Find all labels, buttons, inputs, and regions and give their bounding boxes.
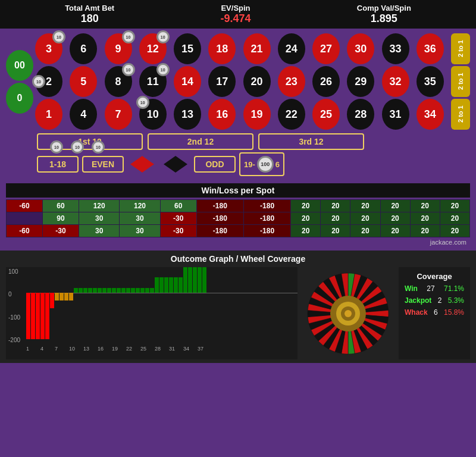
wl-cell-2-0: -60 xyxy=(7,225,43,237)
chip-on-10: 10 xyxy=(136,96,149,109)
x-label-4: 4 xyxy=(40,346,55,352)
wl-cell-2-11: 20 xyxy=(410,225,440,237)
number-22[interactable]: 22 xyxy=(278,99,305,130)
bet-odd[interactable]: ODD xyxy=(194,156,236,173)
bar-5 xyxy=(50,293,54,308)
number-2[interactable]: 210 xyxy=(35,66,62,97)
number-19[interactable]: 19 xyxy=(243,99,271,130)
total-amt-bet-value: 180 xyxy=(65,12,114,25)
whack-count: 6 xyxy=(434,308,438,317)
number-28[interactable]: 28 xyxy=(347,99,374,130)
number-3[interactable]: 310 xyxy=(35,33,62,64)
number-1[interactable]: 1 xyxy=(35,99,62,130)
win-count: 27 xyxy=(427,284,434,293)
number-30[interactable]: 30 xyxy=(347,33,374,64)
outside-bets: 1st 12 10 10 10 2nd 12 3rd 12 1-18 EVEN … xyxy=(6,133,470,176)
number-5[interactable]: 5 xyxy=(70,66,97,97)
wl-section: Win/Loss per Spot -606012012060-180-1802… xyxy=(0,181,476,251)
wl-cell-1-5: -180 xyxy=(196,212,243,225)
ev-spin-label: EV/Spin xyxy=(220,4,250,12)
number-33[interactable]: 33 xyxy=(382,33,409,64)
bar-22 xyxy=(131,288,135,293)
number-12[interactable]: 1210 xyxy=(139,33,167,64)
number-24[interactable]: 24 xyxy=(278,33,305,64)
chip-on-12: 10 xyxy=(156,30,170,43)
number-35[interactable]: 35 xyxy=(416,66,444,97)
chip-on-3: 10 xyxy=(52,30,65,43)
x-label-19: 19 xyxy=(112,346,126,352)
x-label-16: 16 xyxy=(98,346,112,352)
wl-cell-1-8: 20 xyxy=(321,212,350,225)
number-13[interactable]: 13 xyxy=(174,99,201,130)
bar-12 xyxy=(83,288,87,293)
wl-cell-1-9: 20 xyxy=(350,212,380,225)
number-0[interactable]: 0 xyxy=(6,83,33,114)
bet-19-36[interactable]: 19- 100 6 xyxy=(239,152,284,176)
col-2to1-top[interactable]: 2 to 1 xyxy=(451,33,470,64)
dozen-2nd[interactable]: 2nd 12 xyxy=(148,133,253,150)
wl-cell-2-12: 20 xyxy=(440,225,469,237)
wl-cell-2-1: -30 xyxy=(43,225,79,237)
roulette-table: 00 0 31069101210151821242730333621058101… xyxy=(0,29,476,181)
number-18[interactable]: 18 xyxy=(208,33,236,64)
number-9[interactable]: 910 xyxy=(105,33,132,64)
number-36[interactable]: 36 xyxy=(416,33,444,64)
wl-cell-0-4: 60 xyxy=(160,200,196,212)
bar-8 xyxy=(64,293,68,301)
number-17[interactable]: 17 xyxy=(208,66,236,97)
bar-10 xyxy=(74,288,78,293)
bar-0 xyxy=(26,293,30,339)
dozen-3rd[interactable]: 3rd 12 xyxy=(258,133,364,150)
red-diamond[interactable] xyxy=(127,155,157,173)
number-31[interactable]: 31 xyxy=(382,99,409,130)
number-8[interactable]: 810 xyxy=(105,66,132,97)
number-21[interactable]: 21 xyxy=(243,33,271,64)
number-25[interactable]: 25 xyxy=(312,99,340,130)
col-2to1-bot[interactable]: 2 to 1 xyxy=(451,99,470,130)
number-7[interactable]: 7 xyxy=(105,99,132,130)
wl-cell-2-6: -180 xyxy=(243,225,290,237)
number-26[interactable]: 26 xyxy=(312,66,340,97)
number-15[interactable]: 15 xyxy=(174,33,201,64)
comp-val-label: Comp Val/Spin xyxy=(357,4,411,12)
total-amt-bet: Total Amt Bet 180 xyxy=(65,4,114,25)
graph-title: Outcome Graph / Wheel Coverage xyxy=(6,254,470,264)
bar-19 xyxy=(117,288,121,293)
number-29[interactable]: 29 xyxy=(347,66,374,97)
x-labels: 14710131619222528313437 xyxy=(6,346,298,352)
col-2to1-mid[interactable]: 2 to 1 xyxy=(451,66,470,97)
bet-even[interactable]: EVEN xyxy=(82,156,124,173)
wl-cell-1-11: 20 xyxy=(410,212,440,225)
bar-21 xyxy=(126,288,130,293)
jackpot-pct: 5.3% xyxy=(448,296,464,305)
bar-4 xyxy=(45,293,49,339)
number-32[interactable]: 32 xyxy=(382,66,409,97)
number-00[interactable]: 00 xyxy=(6,50,33,81)
wl-title: Win/Loss per Spot xyxy=(6,183,470,198)
wheel-container xyxy=(303,267,393,359)
black-diamond[interactable] xyxy=(161,155,190,173)
number-23[interactable]: 23 xyxy=(278,66,305,97)
bar-7 xyxy=(60,293,64,301)
bet-1-18[interactable]: 1-18 xyxy=(37,156,79,173)
bar-31 xyxy=(174,277,178,293)
number-34[interactable]: 34 xyxy=(416,99,444,130)
chip-on-11: 10 xyxy=(156,63,170,76)
wl-cell-2-3: 30 xyxy=(120,225,160,237)
number-6[interactable]: 6 xyxy=(70,33,97,64)
bar-33 xyxy=(183,267,187,293)
bar-1 xyxy=(31,293,35,339)
number-11[interactable]: 1110 xyxy=(139,66,167,97)
number-27[interactable]: 27 xyxy=(312,33,340,64)
chip-on-9: 10 xyxy=(122,30,135,43)
y-neg100: -100 xyxy=(8,314,24,321)
wl-cell-1-7: 20 xyxy=(291,212,321,225)
number-20[interactable]: 20 xyxy=(243,66,271,97)
dozen-1st[interactable]: 1st 12 10 10 10 xyxy=(37,133,143,150)
stats-bar: Total Amt Bet 180 EV/Spin -9.474 Comp Va… xyxy=(0,0,476,29)
number-4[interactable]: 4 xyxy=(70,99,97,130)
x-label-13: 13 xyxy=(83,346,98,352)
number-16[interactable]: 16 xyxy=(208,99,236,130)
number-10[interactable]: 1010 xyxy=(139,99,167,130)
number-14[interactable]: 14 xyxy=(174,66,201,97)
